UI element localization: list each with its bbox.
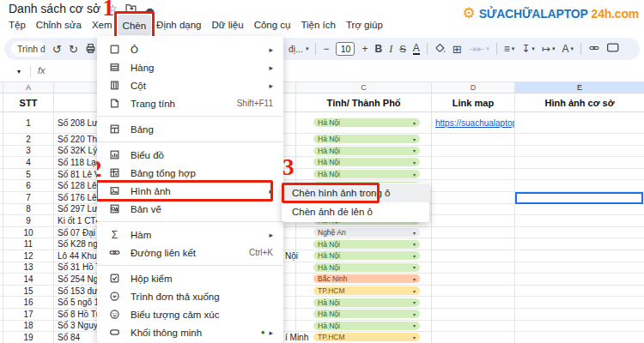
menu-item-sheet[interactable]: Trang tínhShift+F11 bbox=[97, 94, 283, 112]
chevron-down-icon: ▾ bbox=[512, 45, 515, 52]
menus-search-chip[interactable]: Trình đơn bbox=[11, 41, 46, 57]
menu-item-column[interactable]: Cột▸ bbox=[97, 76, 283, 94]
province-chip[interactable]: Hà Nội▾ bbox=[313, 147, 420, 155]
insert-menu: Ô▸ Hàng▸ Cột▸ Trang tínhShift+F11 Bảng B… bbox=[97, 36, 283, 343]
dropdown-chip-icon bbox=[108, 291, 121, 302]
link-map-url[interactable]: https://suachualaptop24 bbox=[432, 118, 514, 128]
menu-item-table[interactable]: Bảng bbox=[97, 120, 283, 138]
menu-item-link[interactable]: Đường liên kếtCtrl+K bbox=[97, 244, 283, 262]
province-chip[interactable]: Hà Nội▾ bbox=[313, 118, 420, 127]
province-chip[interactable]: Bắc Ninh▾ bbox=[313, 274, 420, 283]
menu-item-emoji[interactable]: Biểu tượng cảm xúc bbox=[97, 305, 283, 323]
text-color-button[interactable]: A bbox=[413, 44, 420, 55]
merge-cells-icon: ⇥⇤ bbox=[469, 44, 484, 55]
borders-icon[interactable]: ⊞ bbox=[453, 44, 462, 55]
submenu-arrow-icon: ▸ bbox=[269, 81, 273, 90]
font-family-dropdown[interactable]: đị...▾ bbox=[289, 44, 308, 54]
submenu-arrow-icon: ▸ bbox=[269, 45, 273, 54]
menu-tools[interactable]: Công cụ bbox=[249, 17, 296, 33]
province-chip[interactable]: Hà Nội▾ bbox=[313, 322, 420, 330]
vertical-align-button[interactable]: ↧▾ bbox=[521, 43, 535, 55]
column-header-c[interactable]: C bbox=[296, 82, 432, 93]
annotation-number-3: 3 bbox=[283, 156, 295, 179]
menu-item-function[interactable]: ΣHàm▸ bbox=[97, 226, 283, 244]
new-feature-dot: ● bbox=[261, 329, 265, 336]
table-icon bbox=[108, 123, 121, 135]
menu-data[interactable]: Dữ liệu bbox=[207, 17, 249, 33]
function-sigma-icon: Σ bbox=[108, 230, 121, 240]
brand-gear-icon: ⚙ bbox=[462, 6, 475, 21]
horizontal-align-button[interactable]: ≡▾ bbox=[504, 43, 515, 55]
menu-format[interactable]: Định dạng bbox=[151, 17, 206, 33]
menu-extensions[interactable]: Tiện ích bbox=[295, 17, 340, 33]
province-chip[interactable]: TP.HCM▾ bbox=[313, 333, 420, 341]
province-chip[interactable]: Nghệ An▾ bbox=[313, 228, 420, 237]
header-linkmap[interactable]: Link map bbox=[432, 93, 515, 112]
menu-separator bbox=[97, 221, 283, 222]
menu-item-cell[interactable]: Ô▸ bbox=[97, 40, 283, 58]
bold-button[interactable]: B bbox=[374, 43, 382, 55]
province-chip[interactable]: Hà Nội▾ bbox=[313, 298, 420, 307]
submenu-item-insert-image-over-cells[interactable]: Chèn ảnh đè lên ô bbox=[282, 202, 429, 221]
menu-item-pivot-table[interactable]: Bảng tổng hợp bbox=[97, 164, 283, 182]
menu-item-drawing[interactable]: Bản vẽ bbox=[97, 200, 283, 218]
menu-item-checkbox[interactable]: Hộp kiểm bbox=[97, 269, 283, 287]
insert-link-icon[interactable] bbox=[588, 43, 600, 55]
fill-color-icon[interactable] bbox=[434, 43, 446, 56]
menu-item-row[interactable]: Hàng▸ bbox=[97, 58, 283, 76]
province-chip[interactable]: TP.HCM▾ bbox=[313, 286, 420, 295]
strikethrough-button[interactable]: S bbox=[399, 44, 406, 54]
cell-icon bbox=[108, 44, 121, 55]
menu-insert[interactable]: Chèn 1 bbox=[118, 15, 152, 35]
cell-image[interactable] bbox=[515, 112, 644, 134]
text-rotation-button[interactable]: A▾ bbox=[562, 43, 574, 55]
submenu-arrow-icon: ▸ bbox=[269, 328, 273, 337]
brand-text-orange: 24h.com bbox=[592, 7, 639, 21]
province-chip[interactable]: Hà Nội▾ bbox=[313, 135, 420, 143]
column-header-a[interactable]: A bbox=[3, 82, 54, 93]
document-title[interactable]: Danh sách cơ sở bbox=[9, 2, 100, 15]
checkbox-icon bbox=[108, 273, 121, 284]
menu-edit[interactable]: Chỉnh sửa bbox=[31, 17, 87, 33]
header-stt[interactable]: STT bbox=[3, 93, 54, 112]
column-header-d[interactable]: D bbox=[432, 82, 515, 93]
header-image[interactable]: Hình ảnh cơ sở bbox=[515, 93, 644, 112]
column-header-e-selected[interactable]: E bbox=[515, 82, 644, 93]
province-chip[interactable]: Hà Nội▾ bbox=[313, 240, 420, 249]
redo-icon[interactable]: ↻ bbox=[69, 44, 78, 55]
text-wrap-button[interactable]: ↦▾ bbox=[542, 43, 556, 55]
header-province[interactable]: Tỉnh/ Thành Phố bbox=[296, 93, 432, 112]
comment-icon[interactable] bbox=[607, 43, 619, 55]
province-chip[interactable]: Hà Nội▾ bbox=[313, 170, 420, 178]
menu-item-image[interactable]: Hình ảnh ▸ 2 bbox=[97, 182, 283, 200]
sheet-icon bbox=[108, 98, 121, 109]
increase-font-button[interactable]: + bbox=[361, 43, 368, 55]
submenu-item-insert-image-in-cell[interactable]: Chèn hình ảnh trong ô 3 bbox=[282, 184, 429, 202]
menu-file[interactable]: Tệp bbox=[3, 17, 31, 33]
cell-link[interactable]: https://suachualaptop24 bbox=[432, 112, 515, 134]
drawing-icon bbox=[108, 203, 121, 214]
province-chip[interactable]: Hà Nội▾ bbox=[313, 310, 420, 318]
annotation-box-3 bbox=[282, 183, 380, 203]
cell-stt[interactable]: 1 bbox=[3, 112, 54, 134]
fx-icon: fx bbox=[38, 65, 46, 75]
menu-help[interactable]: Trợ giúp bbox=[341, 17, 388, 33]
province-chip[interactable]: Hà Nội▾ bbox=[313, 251, 420, 260]
name-box-caret-icon[interactable]: ▾ bbox=[17, 68, 21, 75]
columns-icon bbox=[108, 80, 121, 91]
menu-item-smart-chips[interactable]: Khối thông minh●▸ bbox=[97, 323, 283, 341]
chevron-down-icon: ▾ bbox=[552, 45, 556, 52]
menu-item-dropdown[interactable]: Trình đơn thả xuống bbox=[97, 287, 283, 305]
province-chip[interactable]: Hà Nội▾ bbox=[313, 158, 420, 166]
decrease-font-button[interactable]: − bbox=[323, 43, 329, 55]
cell-province[interactable]: Hà Nội▾ bbox=[296, 112, 432, 134]
province-chip[interactable]: Hà Nội▾ bbox=[313, 263, 420, 272]
merge-cells-button[interactable]: ⇥⇤▾ bbox=[469, 44, 489, 55]
image-submenu: Chèn hình ảnh trong ô 3 Chèn ảnh đè lên … bbox=[282, 183, 429, 222]
menu-item-chart[interactable]: Biểu đồ bbox=[97, 146, 283, 164]
italic-button[interactable]: I bbox=[389, 43, 392, 56]
undo-icon[interactable]: ↺ bbox=[52, 44, 62, 55]
font-size-input[interactable]: 10 bbox=[336, 42, 355, 56]
print-icon[interactable] bbox=[85, 43, 96, 56]
annotation-box-2 bbox=[97, 180, 273, 202]
